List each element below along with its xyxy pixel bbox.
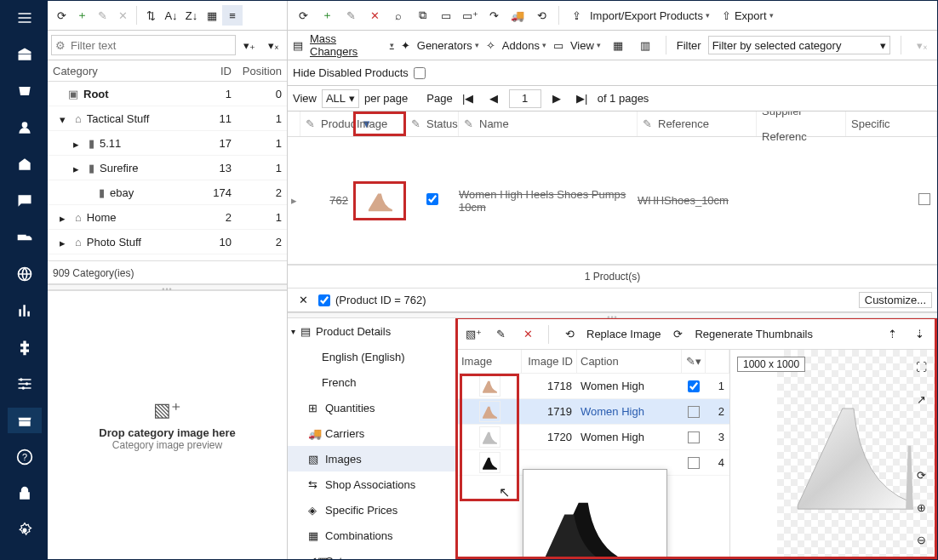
sort-za-icon[interactable]: Z↓ bbox=[181, 5, 202, 26]
tool5-icon[interactable]: ⟲ bbox=[531, 5, 552, 26]
nav-store-manager[interactable] bbox=[8, 408, 42, 433]
page-input[interactable]: 1 bbox=[509, 89, 541, 108]
regenerate-button[interactable]: Regenerate Thumbnails bbox=[695, 328, 813, 340]
col-image[interactable]: Image bbox=[357, 111, 387, 137]
detail-item[interactable]: ⇆Shop Associations bbox=[288, 471, 455, 497]
page-first-icon[interactable]: |◀ bbox=[458, 89, 478, 109]
generators[interactable]: Generators bbox=[417, 39, 479, 52]
detail-item[interactable]: ▦Combinations bbox=[288, 523, 455, 548]
delete-image-icon[interactable]: ✕ bbox=[518, 324, 538, 345]
fullscreen-icon[interactable]: ⛶ bbox=[911, 357, 931, 377]
page-prev-icon[interactable]: ◀ bbox=[483, 89, 504, 109]
nav-catalog[interactable] bbox=[8, 151, 42, 177]
nav-international[interactable] bbox=[8, 261, 42, 287]
filter-clear-icon[interactable]: ▾ₓ bbox=[263, 35, 283, 55]
toggle1-icon[interactable]: ▦ bbox=[202, 5, 222, 26]
tree-row[interactable]: ▸⌂Home21 bbox=[48, 205, 287, 230]
nav-messages[interactable] bbox=[8, 188, 42, 214]
gear-icon[interactable]: ⚙ bbox=[55, 39, 66, 52]
replace-image-button[interactable]: Replace Image bbox=[586, 328, 661, 340]
sort-az-icon[interactable]: A↓ bbox=[161, 5, 181, 26]
layout1-icon[interactable]: ▦ bbox=[608, 35, 628, 55]
nav-customers[interactable] bbox=[8, 115, 42, 140]
nav-help[interactable]: ? bbox=[8, 444, 42, 470]
delete-icon[interactable]: ✕ bbox=[364, 5, 385, 26]
detail-item[interactable]: ⊞Quantities bbox=[288, 395, 455, 420]
category-tree[interactable]: ▣Root10▾⌂Tactical Stuff111▸▮5.11171▸▮Sur… bbox=[48, 82, 287, 260]
view-button[interactable]: View bbox=[570, 39, 601, 52]
tool4-icon[interactable]: 🚚 bbox=[507, 5, 528, 26]
delete-icon[interactable]: ✕ bbox=[112, 5, 133, 26]
tree-row[interactable]: ▾⌂Tactical Stuff111 bbox=[48, 106, 287, 131]
tree-row[interactable]: ▸▮Surefire131 bbox=[48, 156, 287, 180]
tree-row[interactable]: ▣Root10 bbox=[48, 82, 287, 106]
add-image-icon[interactable]: ▧⁺ bbox=[463, 324, 483, 345]
image-row[interactable]: 1718 Women High 1 bbox=[458, 374, 729, 399]
tree-row[interactable]: ▸⌂Photo Stuff102 bbox=[48, 230, 287, 254]
sort-up-icon[interactable]: ⇡ bbox=[882, 324, 902, 345]
refresh-icon[interactable]: ⟳ bbox=[293, 5, 313, 26]
export-button[interactable]: Export bbox=[735, 9, 774, 22]
tool1-icon[interactable]: ▭ bbox=[436, 5, 456, 26]
edit-icon[interactable]: ✎ bbox=[340, 5, 361, 26]
layout2-icon[interactable]: ▥ bbox=[635, 35, 655, 55]
filter-select[interactable]: Filter by selected category▾ bbox=[708, 36, 890, 54]
edit-image-icon[interactable]: ✎ bbox=[490, 324, 511, 345]
col-ref[interactable]: Reference bbox=[658, 111, 709, 137]
tree-row[interactable]: ▸▮5.11171 bbox=[48, 131, 287, 156]
image-row[interactable]: 1719 Women High 2 bbox=[458, 399, 729, 425]
filter-clear-icon[interactable]: ▾ₓ bbox=[912, 35, 932, 55]
tree-row[interactable]: ▮ebay1742 bbox=[48, 180, 287, 205]
upload-icon[interactable]: ⇪ bbox=[566, 5, 586, 26]
detail-item[interactable]: ▧Images bbox=[288, 446, 455, 471]
import-export-button[interactable]: Import/Export Products bbox=[590, 9, 710, 22]
page-last-icon[interactable]: ▶| bbox=[572, 89, 592, 109]
nav-parameters[interactable] bbox=[8, 371, 42, 397]
tool3-icon[interactable]: ↷ bbox=[483, 5, 504, 26]
refresh-icon[interactable]: ⟳ bbox=[51, 5, 71, 26]
col-name[interactable]: Name bbox=[479, 111, 509, 137]
tool2-icon[interactable]: ▭⁺ bbox=[460, 5, 480, 26]
specific-checkbox[interactable] bbox=[918, 193, 930, 205]
addons[interactable]: Addons bbox=[502, 39, 546, 52]
splitter-handle[interactable]: ••• bbox=[48, 284, 287, 290]
status-checkbox[interactable] bbox=[426, 193, 438, 205]
filter-add-icon[interactable]: ▾₊ bbox=[239, 35, 260, 55]
toggle2-icon[interactable]: ≡ bbox=[222, 5, 243, 26]
pager-size[interactable]: ALL▾ bbox=[322, 89, 359, 108]
nav-orders[interactable] bbox=[8, 78, 42, 104]
detail-item[interactable]: ◈Specific Prices bbox=[288, 497, 455, 523]
col-status[interactable]: Status bbox=[426, 111, 458, 137]
customize-button[interactable]: Customize... bbox=[859, 292, 932, 308]
detail-item[interactable]: ✔▦Category bbox=[288, 548, 455, 559]
search-icon[interactable]: ⌕ bbox=[388, 5, 409, 26]
hide-disabled-checkbox[interactable] bbox=[414, 67, 426, 79]
col-spec[interactable]: Specific bbox=[851, 111, 890, 137]
detail-item[interactable]: English (English) bbox=[288, 344, 455, 369]
image-row[interactable]: 1720 Women High 3 bbox=[458, 425, 729, 450]
col-product[interactable]: Produc bbox=[321, 111, 356, 137]
nav-shipping[interactable] bbox=[8, 225, 42, 250]
splitter-handle-2[interactable]: ••• bbox=[288, 312, 937, 318]
add-icon[interactable]: ＋ bbox=[317, 5, 337, 26]
sort1-icon[interactable]: ⇅ bbox=[140, 5, 161, 26]
category-filter-input[interactable] bbox=[69, 38, 232, 53]
detail-item[interactable]: French bbox=[288, 369, 455, 395]
nav-dashboard[interactable] bbox=[8, 42, 42, 67]
detail-item[interactable]: 🚚Carriers bbox=[288, 420, 455, 446]
detail-header[interactable]: ▾ ▤ Product Details bbox=[288, 318, 455, 344]
filter-active-checkbox[interactable] bbox=[318, 294, 330, 306]
category-dropzone[interactable]: ▧⁺ Drop category image here Category ima… bbox=[48, 290, 287, 559]
close-filter-icon[interactable]: ✕ bbox=[293, 290, 313, 311]
sort-down-icon[interactable]: ⇣ bbox=[909, 324, 929, 345]
nav-settings[interactable] bbox=[8, 517, 42, 543]
zoom-out-icon[interactable]: ⊖ bbox=[911, 529, 931, 550]
nav-modules[interactable] bbox=[8, 334, 42, 360]
add-icon[interactable]: ＋ bbox=[71, 5, 92, 26]
nav-stats[interactable] bbox=[8, 298, 42, 323]
mass-changers[interactable]: Mass Changers bbox=[310, 32, 394, 58]
edit-icon[interactable]: ✎ bbox=[92, 5, 112, 26]
product-row[interactable]: ▸ 762 Women High Heels Shoes Pumps 10cm … bbox=[288, 137, 937, 264]
page-next-icon[interactable]: ▶ bbox=[546, 89, 567, 109]
menu-icon[interactable] bbox=[8, 5, 42, 31]
